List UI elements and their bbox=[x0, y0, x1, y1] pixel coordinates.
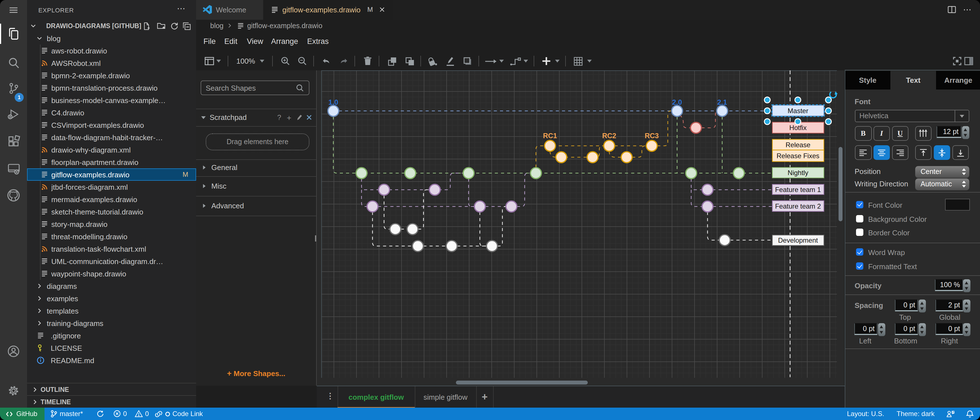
svg-text:2.1: 2.1 bbox=[718, 98, 727, 106]
svg-text:Feature team 1: Feature team 1 bbox=[775, 186, 821, 193]
svg-text:2.0: 2.0 bbox=[672, 98, 682, 106]
svg-text:RC1: RC1 bbox=[543, 132, 557, 139]
svg-text:Release Fixes: Release Fixes bbox=[776, 152, 819, 160]
svg-text:Development: Development bbox=[778, 236, 818, 244]
svg-text:Release: Release bbox=[786, 141, 810, 149]
svg-text:Nightly: Nightly bbox=[788, 169, 808, 176]
svg-text:Feature team 2: Feature team 2 bbox=[775, 203, 821, 210]
svg-text:RC2: RC2 bbox=[602, 132, 616, 139]
svg-text:1.0: 1.0 bbox=[329, 98, 339, 106]
svg-text:Master: Master bbox=[788, 107, 808, 114]
svg-text:Hotfix: Hotfix bbox=[789, 124, 807, 132]
svg-text:RC3: RC3 bbox=[645, 132, 659, 139]
